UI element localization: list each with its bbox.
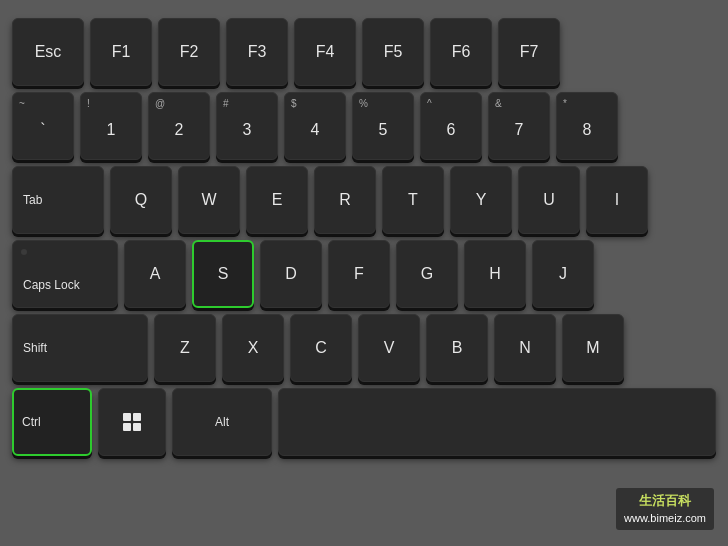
key-w[interactable]: W (178, 166, 240, 234)
key-caps-lock[interactable]: Caps Lock (12, 240, 118, 308)
key-m[interactable]: M (562, 314, 624, 382)
keyboard-container: Esc F1 F2 F3 F4 F5 F6 F7 ~ ` ! 1 (0, 0, 728, 546)
key-f5-label: F5 (384, 43, 403, 61)
key-2[interactable]: @ 2 (148, 92, 210, 160)
key-z[interactable]: Z (154, 314, 216, 382)
key-7-symbol: & (495, 98, 502, 109)
key-w-label: W (201, 191, 216, 209)
key-tilde[interactable]: ~ ` (12, 92, 74, 160)
key-n[interactable]: N (494, 314, 556, 382)
key-y-label: Y (476, 191, 487, 209)
key-3-symbol: # (223, 98, 229, 109)
key-8-label: 8 (583, 121, 592, 139)
key-5-symbol: % (359, 98, 368, 109)
key-i-label: I (615, 191, 619, 209)
key-f1-label: F1 (112, 43, 131, 61)
key-c-label: C (315, 339, 327, 357)
key-7[interactable]: & 7 (488, 92, 550, 160)
key-t-label: T (408, 191, 418, 209)
key-2-symbol: @ (155, 98, 165, 109)
number-row: ~ ` ! 1 @ 2 # 3 $ 4 % 5 ^ 6 & 7 (12, 92, 716, 160)
key-e-label: E (272, 191, 283, 209)
key-8[interactable]: * 8 (556, 92, 618, 160)
key-b-label: B (452, 339, 463, 357)
key-3-label: 3 (243, 121, 252, 139)
key-f6[interactable]: F6 (430, 18, 492, 86)
key-alt[interactable]: Alt (172, 388, 272, 456)
key-5-label: 5 (379, 121, 388, 139)
key-q-label: Q (135, 191, 147, 209)
key-f[interactable]: F (328, 240, 390, 308)
key-f7-label: F7 (520, 43, 539, 61)
key-j[interactable]: J (532, 240, 594, 308)
key-y[interactable]: Y (450, 166, 512, 234)
key-6-label: 6 (447, 121, 456, 139)
key-f2-label: F2 (180, 43, 199, 61)
key-shift[interactable]: Shift (12, 314, 148, 382)
key-u[interactable]: U (518, 166, 580, 234)
key-f1[interactable]: F1 (90, 18, 152, 86)
bottom-row: Ctrl Alt (12, 388, 716, 456)
key-f4[interactable]: F4 (294, 18, 356, 86)
key-tilde-symbol: ~ (19, 98, 25, 109)
key-1-label: 1 (107, 121, 116, 139)
key-h-label: H (489, 265, 501, 283)
key-s[interactable]: S (192, 240, 254, 308)
key-f3-label: F3 (248, 43, 267, 61)
key-ctrl[interactable]: Ctrl (12, 388, 92, 456)
windows-icon (123, 413, 141, 431)
key-m-label: M (586, 339, 599, 357)
key-r[interactable]: R (314, 166, 376, 234)
key-space[interactable] (278, 388, 716, 456)
key-tilde-label: ` (40, 121, 45, 139)
key-i[interactable]: I (586, 166, 648, 234)
key-esc-label: Esc (35, 43, 62, 61)
key-f2[interactable]: F2 (158, 18, 220, 86)
key-esc[interactable]: Esc (12, 18, 84, 86)
key-f7[interactable]: F7 (498, 18, 560, 86)
key-4-symbol: $ (291, 98, 297, 109)
key-b[interactable]: B (426, 314, 488, 382)
key-d-label: D (285, 265, 297, 283)
key-d[interactable]: D (260, 240, 322, 308)
key-q[interactable]: Q (110, 166, 172, 234)
key-shift-label: Shift (23, 341, 47, 355)
key-8-symbol: * (563, 98, 567, 109)
key-a[interactable]: A (124, 240, 186, 308)
key-5[interactable]: % 5 (352, 92, 414, 160)
key-e[interactable]: E (246, 166, 308, 234)
key-v[interactable]: V (358, 314, 420, 382)
key-tab[interactable]: Tab (12, 166, 104, 234)
key-t[interactable]: T (382, 166, 444, 234)
key-x[interactable]: X (222, 314, 284, 382)
key-f-label: F (354, 265, 364, 283)
key-3[interactable]: # 3 (216, 92, 278, 160)
key-z-label: Z (180, 339, 190, 357)
watermark-line2: www.bimeiz.com (624, 511, 706, 526)
key-f4-label: F4 (316, 43, 335, 61)
key-s-label: S (218, 265, 229, 283)
zxcv-row: Shift Z X C V B N M (12, 314, 716, 382)
key-g[interactable]: G (396, 240, 458, 308)
key-6[interactable]: ^ 6 (420, 92, 482, 160)
key-4-label: 4 (311, 121, 320, 139)
key-f3[interactable]: F3 (226, 18, 288, 86)
key-u-label: U (543, 191, 555, 209)
key-win[interactable] (98, 388, 166, 456)
asdf-row: Caps Lock A S D F G H J (12, 240, 716, 308)
key-1-symbol: ! (87, 98, 90, 109)
key-f5[interactable]: F5 (362, 18, 424, 86)
watermark: 生活百科 www.bimeiz.com (616, 488, 714, 530)
caps-lock-indicator (21, 249, 27, 255)
key-g-label: G (421, 265, 433, 283)
key-h[interactable]: H (464, 240, 526, 308)
key-2-label: 2 (175, 121, 184, 139)
key-alt-label: Alt (215, 415, 229, 429)
key-a-label: A (150, 265, 161, 283)
key-4[interactable]: $ 4 (284, 92, 346, 160)
watermark-line1: 生活百科 (624, 492, 706, 510)
key-tab-label: Tab (23, 193, 42, 207)
key-c[interactable]: C (290, 314, 352, 382)
key-1[interactable]: ! 1 (80, 92, 142, 160)
function-row: Esc F1 F2 F3 F4 F5 F6 F7 (12, 18, 716, 86)
